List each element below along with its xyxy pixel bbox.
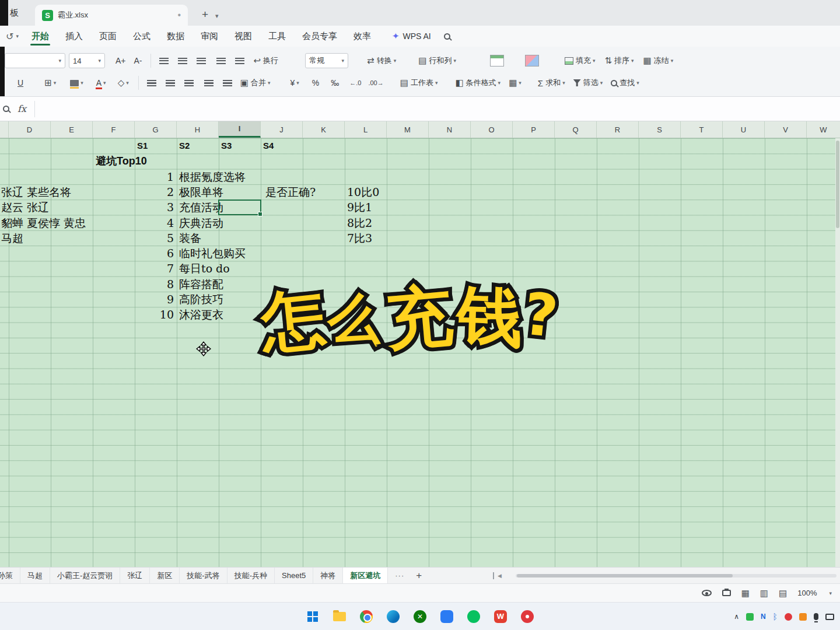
align-top-icon[interactable] <box>159 58 169 64</box>
wrap-text-button[interactable]: ↩ 换行 <box>254 55 279 66</box>
vertical-scrollbar[interactable] <box>835 138 840 567</box>
cell-G12[interactable]: 10 <box>135 307 174 322</box>
bluetooth-icon[interactable]: ᛒ <box>773 612 778 621</box>
worksheet-button[interactable]: ▤ 工作表 ▾ <box>400 78 438 88</box>
convert-button[interactable]: ⇄ 转换 ▾ <box>367 55 396 66</box>
sheet-tab-jineng-wujiang[interactable]: 技能-武将 <box>180 568 227 584</box>
fx-icon[interactable]: fx <box>18 103 26 114</box>
column-header-U[interactable]: U <box>723 121 765 138</box>
sheet-tab-xiaobawang[interactable]: 小霸王-赵云贾诩 <box>50 568 120 584</box>
cell-H11[interactable]: 高阶技巧 <box>179 292 223 307</box>
cell-I1[interactable]: S3 <box>221 138 232 153</box>
tray-n-app-icon[interactable]: N <box>761 612 766 621</box>
sheet-grid[interactable]: S1 S2 S3 S4 避坑Top10 1 根据氪度选将 张辽 某些名将 2 极… <box>0 138 840 567</box>
sort-button[interactable]: ⇅ 排序 ▾ <box>604 55 634 66</box>
menu-member[interactable]: 会员专享 <box>294 26 345 47</box>
column-header-F[interactable]: F <box>93 121 135 138</box>
column-header-N[interactable]: N <box>429 121 471 138</box>
menu-review[interactable]: 审阅 <box>192 26 226 47</box>
currency-button[interactable]: ¥ ▾ <box>290 78 299 88</box>
cell-G11[interactable]: 9 <box>135 292 174 307</box>
cell-H1[interactable]: S2 <box>179 138 190 153</box>
menu-efficiency[interactable]: 效率 <box>345 26 379 47</box>
cell-G6[interactable]: 4 <box>135 215 174 230</box>
tray-chevron-up-icon[interactable]: ∧ <box>734 612 739 621</box>
cell-styles-button[interactable]: ▦ ▾ <box>509 78 522 88</box>
windows-start-button[interactable] <box>304 608 321 625</box>
cell-H9[interactable]: 每日to do <box>179 261 230 276</box>
align-right-icon[interactable] <box>184 80 194 86</box>
column-header-P[interactable]: P <box>513 121 555 138</box>
sheet-tab-jineng-bingzhong[interactable]: 技能-兵种 <box>228 568 275 584</box>
sheet-tab-xinqu[interactable]: 新区 <box>150 568 180 584</box>
cell-L7[interactable]: 7比3 <box>347 230 372 246</box>
cell-C6-spill[interactable]: 貂蝉 夏侯惇 黄忠 <box>1 215 86 230</box>
column-header-partial[interactable] <box>0 121 9 138</box>
column-header-T[interactable]: T <box>681 121 723 138</box>
sheet-tab-sunce[interactable]: 孙策 <box>0 568 20 584</box>
file-explorer-button[interactable] <box>331 608 348 625</box>
cell-H4[interactable]: 极限单将 <box>179 184 223 200</box>
decrease-indent-icon[interactable] <box>216 58 226 64</box>
cell-H8[interactable]: 临时礼包购买 <box>179 246 246 261</box>
column-header-Q[interactable]: Q <box>555 121 597 138</box>
font-color-button[interactable]: A ▾ <box>96 78 106 88</box>
menu-tools[interactable]: 工具 <box>260 26 294 47</box>
cell-F2[interactable]: 避坑Top10 <box>96 153 147 169</box>
cell-L5[interactable]: 9比1 <box>347 200 372 215</box>
wps-office-button[interactable]: W <box>492 608 509 625</box>
edge-button[interactable] <box>385 608 401 625</box>
wps-ai-button[interactable]: ✦ WPS AI <box>392 31 431 41</box>
conditional-format-button[interactable]: ◧ 条件格式 ▾ <box>455 78 501 88</box>
normal-view-icon[interactable]: ▦ <box>741 588 750 598</box>
column-header-E[interactable]: E <box>51 121 93 138</box>
zoom-level[interactable]: 100% <box>797 589 817 597</box>
fill-color-button[interactable]: ▾ <box>70 80 83 86</box>
formula-input[interactable] <box>35 97 840 121</box>
media-app-button[interactable] <box>519 608 536 625</box>
font-name-select[interactable]: ▾ <box>5 53 65 68</box>
grow-font-button[interactable]: A+ <box>116 56 126 65</box>
align-center-icon[interactable] <box>166 80 175 86</box>
justify-icon[interactable] <box>204 80 214 86</box>
cell-G8[interactable]: 6 <box>135 246 174 261</box>
column-header-M[interactable]: M <box>387 121 429 138</box>
menu-insert[interactable]: 插入 <box>57 26 91 47</box>
sheet-tab-shenjiang[interactable]: 神将 <box>313 568 343 584</box>
page-break-view-icon[interactable]: ▤ <box>779 588 787 598</box>
column-header-R[interactable]: R <box>597 121 639 138</box>
tray-green-app-icon[interactable] <box>746 613 754 621</box>
column-header-O[interactable]: O <box>471 121 513 138</box>
permille-button[interactable]: ‰ <box>331 78 339 88</box>
vertical-scrollbar-thumb[interactable] <box>836 141 839 228</box>
column-header-I-selected[interactable]: I <box>219 121 261 138</box>
clear-format-button[interactable]: ◇ ▾ <box>118 78 129 88</box>
sum-button[interactable]: Σ 求和 ▾ <box>538 78 565 88</box>
menu-view[interactable]: 视图 <box>226 26 260 47</box>
cell-H10[interactable]: 阵容搭配 <box>179 276 223 292</box>
cell-J1[interactable]: S4 <box>263 138 274 153</box>
cell-C4-spill[interactable]: 张辽 某些名将 <box>1 184 71 200</box>
wechat-button[interactable] <box>466 608 482 625</box>
horizontal-scrollbar[interactable] <box>516 574 836 578</box>
table-style-icon[interactable] <box>490 55 504 66</box>
distribute-icon[interactable] <box>223 80 232 86</box>
borders-button[interactable]: ⊞ ▾ <box>44 78 56 88</box>
undo-dropdown-icon[interactable]: ▾ <box>16 33 19 39</box>
display-icon[interactable] <box>825 614 834 620</box>
sheet-tab-xinqubikeng-active[interactable]: 新区避坑 <box>343 568 388 584</box>
search-icon[interactable] <box>444 33 450 40</box>
shrink-font-button[interactable]: A- <box>134 56 142 65</box>
sheet-tab-zhangliao[interactable]: 张辽 <box>120 568 150 584</box>
sheet-tab-sheet5[interactable]: Sheet5 <box>275 568 313 584</box>
cell-G7[interactable]: 5 <box>135 230 174 246</box>
merge-cells-button[interactable]: ▣ 合并 ▾ <box>240 78 271 88</box>
column-header-L[interactable]: L <box>345 121 387 138</box>
underline-button[interactable]: U <box>18 78 23 88</box>
cell-G4[interactable]: 2 <box>135 184 174 200</box>
cell-L6[interactable]: 8比2 <box>347 215 372 230</box>
cell-G3[interactable]: 1 <box>135 169 174 184</box>
horizontal-scrollbar-thumb[interactable] <box>517 574 733 578</box>
cell-H5[interactable]: 充值活动 <box>179 200 223 215</box>
tray-red-app-icon[interactable] <box>785 613 792 621</box>
